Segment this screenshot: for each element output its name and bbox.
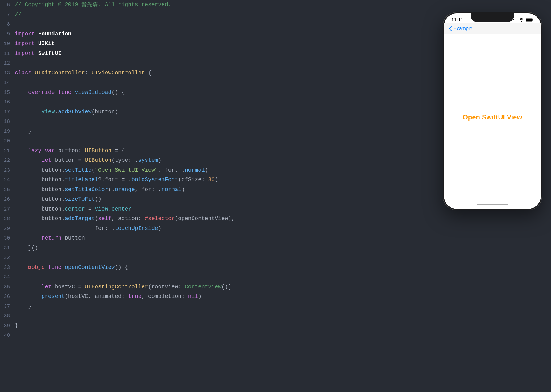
line-content: lazy var button: UIButton = {: [15, 146, 125, 156]
code-line: 27 button.center = view.center: [0, 204, 434, 214]
line-content: }: [15, 127, 31, 136]
code-line: 37 }: [0, 302, 434, 311]
code-line: 15 override func viewDidLoad() {: [0, 88, 434, 98]
code-line: 38: [0, 311, 434, 321]
line-content: let button = UIButton(type: .system): [15, 156, 161, 165]
line-content: [15, 117, 18, 127]
phone-mockup: 11:11 ····: [443, 12, 542, 210]
phone-notch: [471, 13, 514, 22]
line-content: button.setTitleColor(.orange, for: .norm…: [15, 185, 185, 195]
line-number: 16: [0, 98, 15, 107]
code-line: 22 let button = UIButton(type: .system): [0, 156, 434, 165]
line-content: [15, 19, 18, 29]
line-content: let hostVC = UIHostingController(rootVie…: [15, 282, 231, 292]
line-number: 17: [0, 107, 15, 117]
code-line: 33 @objc func openContentView() {: [0, 263, 434, 273]
code-editor: 6// Copyright © 2019 晋先森. All rights res…: [0, 0, 434, 392]
line-number: 30: [0, 234, 15, 244]
line-content: button.setTitle("Open SwiftUI View", for…: [15, 165, 208, 175]
line-number: 34: [0, 273, 15, 282]
svg-rect-2: [526, 19, 532, 21]
code-line: 23 button.setTitle("Open SwiftUI View", …: [0, 165, 434, 175]
line-content: }(): [15, 243, 38, 253]
code-line: 6// Copyright © 2019 晋先森. All rights res…: [0, 0, 434, 10]
phone-screen: 11:11 ····: [444, 13, 541, 209]
code-line: 16: [0, 97, 434, 107]
line-content: [15, 78, 18, 88]
line-number: 19: [0, 127, 15, 137]
home-bar: [477, 204, 508, 205]
line-content: class UIKitController: UIViewController …: [15, 68, 151, 78]
line-number: 13: [0, 69, 15, 78]
line-number: 8: [0, 20, 15, 30]
code-line: 28 button.addTarget(self, action: #selec…: [0, 214, 434, 224]
line-number: 24: [0, 175, 15, 185]
line-number: 10: [0, 39, 15, 49]
battery-icon: [526, 18, 533, 22]
line-number: 37: [0, 302, 15, 312]
line-number: 35: [0, 282, 15, 292]
line-number: 38: [0, 311, 15, 321]
back-chevron-icon: [449, 26, 452, 31]
nav-back-label: Example: [453, 26, 472, 31]
line-content: [15, 331, 18, 340]
line-number: 31: [0, 244, 15, 253]
line-content: import Foundation: [15, 29, 72, 39]
line-content: }: [15, 302, 31, 311]
line-content: //: [15, 10, 22, 20]
line-content: return button: [15, 233, 85, 243]
code-line: 29 for: .touchUpInside): [0, 224, 434, 234]
line-number: 39: [0, 321, 15, 331]
line-number: 29: [0, 224, 15, 234]
code-line: 36 present(hostVC, animated: true, compl…: [0, 292, 434, 302]
line-number: 11: [0, 49, 15, 59]
code-line: 13class UIKitController: UIViewControlle…: [0, 68, 434, 78]
code-line: 18: [0, 117, 434, 127]
line-number: 40: [0, 331, 15, 341]
code-line: 11import SwiftUI: [0, 49, 434, 59]
code-line: 17 view.addSubview(button): [0, 107, 434, 117]
code-line: 32: [0, 253, 434, 263]
line-content: for: .touchUpInside): [15, 224, 161, 234]
line-content: override func viewDidLoad() {: [15, 88, 125, 98]
line-number: 21: [0, 146, 15, 156]
line-number: 7: [0, 10, 15, 20]
line-content: view.addSubview(button): [15, 107, 118, 117]
status-time: 11:11: [451, 17, 463, 22]
line-content: button.center = view.center: [15, 204, 131, 214]
line-content: import UIKit: [15, 39, 55, 49]
line-content: [15, 272, 18, 282]
line-number: 36: [0, 292, 15, 302]
home-indicator: [444, 200, 541, 209]
line-content: [15, 253, 18, 263]
line-content: import SwiftUI: [15, 49, 61, 59]
open-swiftui-button[interactable]: Open SwiftUI View: [463, 113, 522, 121]
code-line: 12: [0, 58, 434, 68]
line-content: [15, 97, 18, 107]
phone-content: Open SwiftUI View: [444, 34, 541, 200]
code-line: 21 lazy var button: UIButton = {: [0, 146, 434, 156]
line-number: 23: [0, 166, 15, 176]
wifi-icon: [519, 18, 524, 22]
line-content: [15, 58, 18, 68]
line-number: 32: [0, 253, 15, 263]
line-content: }: [15, 321, 18, 331]
code-line: 9import Foundation: [0, 29, 434, 39]
code-line: 20: [0, 136, 434, 146]
line-number: 28: [0, 214, 15, 224]
line-number: 6: [0, 0, 15, 10]
line-content: button.titleLabel?.font = .boldSystemFon…: [15, 175, 218, 185]
line-content: button.sizeToFit(): [15, 194, 102, 204]
line-content: present(hostVC, animated: true, completi…: [15, 292, 201, 302]
line-number: 9: [0, 30, 15, 40]
line-number: 20: [0, 136, 15, 146]
code-line: 19 }: [0, 127, 434, 136]
nav-back-button[interactable]: Example: [449, 26, 536, 31]
line-number: 18: [0, 117, 15, 127]
line-number: 27: [0, 205, 15, 215]
code-line: 10import UIKit: [0, 39, 434, 49]
code-line: 26 button.sizeToFit(): [0, 194, 434, 204]
svg-rect-1: [533, 19, 533, 20]
line-number: 15: [0, 88, 15, 98]
code-line: 35 let hostVC = UIHostingController(root…: [0, 282, 434, 292]
